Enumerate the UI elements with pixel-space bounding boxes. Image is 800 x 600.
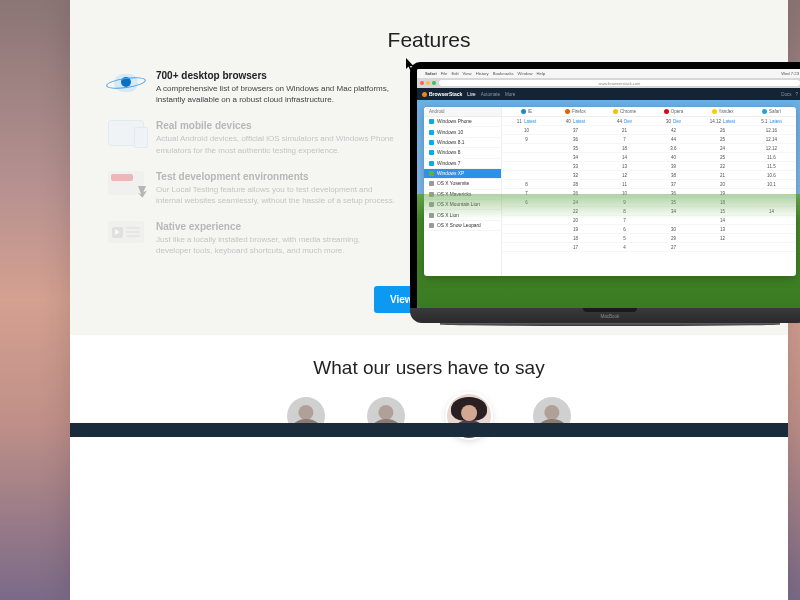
browser-row: 20714 bbox=[502, 216, 796, 225]
menu-bookmarks: Bookmarks bbox=[493, 71, 514, 76]
os-icon bbox=[429, 150, 434, 155]
browser-cell: 14.12Latest bbox=[698, 117, 747, 125]
browser-cell bbox=[502, 144, 551, 152]
os-label: OS X Snow Leopard bbox=[437, 223, 481, 228]
browser-cell: 18 bbox=[698, 198, 747, 206]
browser-cell: 12.12 bbox=[747, 144, 796, 152]
browser-header-row: IEFirefoxChromeOperaYandexSafari bbox=[502, 107, 796, 117]
os-item: Windows 8 bbox=[424, 148, 501, 158]
laptop-model-label: MacBook bbox=[601, 314, 620, 319]
browser-cell bbox=[502, 162, 551, 170]
browser-row: 82811372010.1 bbox=[502, 180, 796, 189]
menu-edit: Edit bbox=[451, 71, 458, 76]
browser-cell: 10 bbox=[502, 126, 551, 134]
browser-cell bbox=[747, 243, 796, 251]
browser-cell: 14 bbox=[698, 216, 747, 224]
nav-help: ? bbox=[795, 92, 798, 97]
feature-native-experience[interactable]: Native experience Just like a locally in… bbox=[106, 221, 396, 256]
os-item: Windows XP bbox=[424, 169, 501, 179]
browser-cell: 40 bbox=[649, 153, 698, 161]
browser-matrix-panel: Android Windows PhoneWindows 10Windows 8… bbox=[424, 107, 796, 276]
browser-cell: 13 bbox=[698, 225, 747, 233]
testimonials-title: What our users have to say bbox=[70, 357, 788, 379]
browser-column-header: Opera bbox=[649, 107, 698, 116]
nav-live: Live bbox=[467, 92, 475, 97]
browser-row: 103721422612.16 bbox=[502, 126, 796, 135]
browser-cell bbox=[747, 216, 796, 224]
feature-desc: Actual Android devices, official iOS sim… bbox=[156, 133, 396, 155]
browser-cell bbox=[747, 189, 796, 197]
os-icon bbox=[429, 130, 434, 135]
os-item: OS X Snow Leopard bbox=[424, 221, 501, 231]
browser-cell: 25 bbox=[698, 153, 747, 161]
feature-title: 700+ desktop browsers bbox=[156, 70, 396, 81]
browser-cell: 12.14 bbox=[747, 135, 796, 143]
browser-cloud-icon bbox=[106, 70, 146, 98]
feature-title: Test development environments bbox=[156, 171, 396, 182]
browser-row: 62493518 bbox=[502, 198, 796, 207]
feature-desktop-browsers[interactable]: 700+ desktop browsers A comprehensive li… bbox=[106, 70, 396, 105]
browser-cell: 5.1Latest bbox=[747, 117, 796, 125]
browser-cell: 21 bbox=[698, 171, 747, 179]
menu-view: View bbox=[463, 71, 472, 76]
browser-cell: 17 bbox=[551, 243, 600, 251]
os-label: OS X Lion bbox=[437, 213, 459, 218]
browser-cell bbox=[502, 234, 551, 242]
features-section: Features 700+ desktop browsers A compreh… bbox=[70, 0, 788, 335]
traffic-lights bbox=[420, 81, 436, 85]
feature-title: Native experience bbox=[156, 221, 396, 232]
media-player-icon bbox=[106, 221, 146, 249]
feature-test-environments[interactable]: Test development environments Our Local … bbox=[106, 171, 396, 206]
browser-cell: 6 bbox=[502, 198, 551, 206]
browser-cell: 3.6 bbox=[649, 144, 698, 152]
os-label: Windows 8.1 bbox=[437, 140, 464, 145]
os-list: Android Windows PhoneWindows 10Windows 8… bbox=[424, 107, 502, 276]
browser-cell: 10 bbox=[600, 189, 649, 197]
os-icon bbox=[429, 192, 434, 197]
feature-title: Real mobile devices bbox=[156, 120, 396, 131]
browser-cell: 19 bbox=[551, 225, 600, 233]
feature-mobile-devices[interactable]: Real mobile devices Actual Android devic… bbox=[106, 120, 396, 155]
page-container: Features 700+ desktop browsers A compreh… bbox=[70, 0, 788, 600]
clock: Wed 7:23 bbox=[781, 71, 799, 76]
browser-cell: 7 bbox=[502, 189, 551, 197]
features-title: Features bbox=[70, 28, 788, 52]
browser-cell: 9 bbox=[502, 135, 551, 143]
browser-cell: 20 bbox=[551, 216, 600, 224]
browser-cell: 30 bbox=[649, 225, 698, 233]
browser-cell bbox=[502, 225, 551, 233]
browser-cell: 5 bbox=[600, 234, 649, 242]
browser-grid: IEFirefoxChromeOperaYandexSafari 11Lates… bbox=[502, 107, 796, 276]
testimonials-band bbox=[70, 423, 788, 437]
browser-cell: 34 bbox=[649, 207, 698, 215]
browser-column-header: IE bbox=[502, 107, 551, 116]
browser-cell: 42 bbox=[649, 126, 698, 134]
browser-cell: 7 bbox=[600, 135, 649, 143]
os-label: Windows Phone bbox=[437, 119, 472, 124]
browser-cell: 40Latest bbox=[551, 117, 600, 125]
features-content: 700+ desktop browsers A comprehensive li… bbox=[70, 70, 788, 272]
browser-cell bbox=[747, 234, 796, 242]
os-icon bbox=[429, 171, 434, 176]
browser-cell bbox=[502, 171, 551, 179]
browser-cell: 38 bbox=[649, 171, 698, 179]
browser-cell: 25 bbox=[698, 135, 747, 143]
browser-cell bbox=[502, 216, 551, 224]
address-bar: www.browserstack.com bbox=[439, 80, 800, 86]
os-icon bbox=[429, 161, 434, 166]
os-label: Windows XP bbox=[437, 171, 464, 176]
os-label: Windows 7 bbox=[437, 161, 460, 166]
browser-column-header: Yandex bbox=[698, 107, 747, 116]
os-label: Windows 8 bbox=[437, 150, 460, 155]
browser-column-header: Safari bbox=[747, 107, 796, 116]
browser-cell: 35 bbox=[551, 144, 600, 152]
browser-cell bbox=[502, 153, 551, 161]
browser-cell: 10.6 bbox=[747, 171, 796, 179]
browser-cell: 21 bbox=[600, 126, 649, 134]
browser-cell: 39 bbox=[649, 162, 698, 170]
browser-cell: 11.5 bbox=[747, 162, 796, 170]
menu-file: File bbox=[441, 71, 448, 76]
laptop-preview: Safari File Edit View History Bookmarks … bbox=[410, 70, 788, 272]
menu-safari: Safari bbox=[425, 71, 437, 76]
os-icon bbox=[429, 202, 434, 207]
